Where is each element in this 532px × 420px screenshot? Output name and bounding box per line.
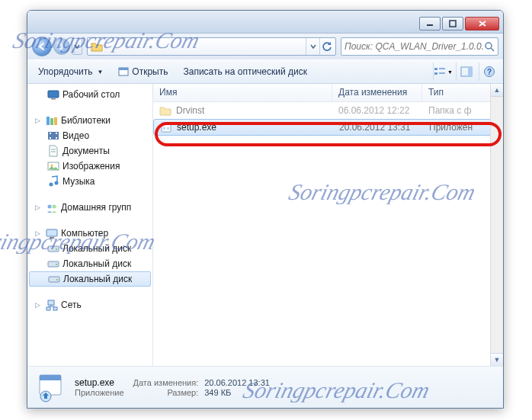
svg-point-30	[48, 204, 52, 208]
svg-rect-47	[163, 127, 165, 130]
tree-label: Сеть	[61, 300, 82, 310]
col-date[interactable]: Дата изменения	[332, 84, 422, 101]
tree-video[interactable]: Видео	[27, 128, 152, 143]
documents-icon	[47, 145, 59, 157]
burn-button[interactable]: Записать на оптический диск	[177, 63, 313, 81]
col-name[interactable]: Имя	[153, 84, 332, 101]
file-date: 20.06.2012 13:31	[333, 122, 423, 133]
svg-text:?: ?	[486, 68, 491, 76]
libraries-icon	[46, 114, 58, 127]
expander-icon: ▷	[35, 117, 40, 124]
file-list[interactable]: Drvinst 06.06.2012 12:22 Папка с ф setup…	[153, 102, 503, 366]
search-input[interactable]	[345, 41, 484, 52]
tree-documents[interactable]: Документы	[27, 143, 152, 159]
tree-network[interactable]: ▷ Сеть	[27, 297, 152, 313]
tree-label: Локальный диск	[62, 243, 131, 254]
tree-libraries[interactable]: ▷ Библиотеки	[27, 113, 152, 128]
tree-localdisk-2[interactable]: Локальный диск	[27, 256, 152, 271]
file-row-selected[interactable]: setup.exe 20.06.2012 13:31 Приложен	[153, 119, 503, 136]
drive-icon	[47, 242, 59, 255]
tree-localdisk-1[interactable]: Локальный диск	[27, 241, 152, 256]
video-icon	[47, 130, 59, 142]
svg-rect-11	[468, 67, 472, 76]
tree-label: Библиотеки	[61, 115, 111, 126]
svg-rect-20	[50, 133, 51, 134]
svg-rect-15	[51, 98, 56, 100]
help-icon: ?	[483, 66, 495, 78]
details-date-label: Дата изменения:	[133, 378, 199, 387]
file-pane: Имя Дата изменения Тип Drvinst 06.06.201…	[153, 84, 503, 366]
titlebar	[27, 11, 503, 34]
expander-icon: ▷	[35, 229, 40, 237]
svg-rect-36	[48, 261, 59, 267]
maximize-button[interactable]	[442, 17, 463, 30]
tree-homegroup[interactable]: ▷ Домашняя групп	[27, 200, 152, 215]
forward-button[interactable]	[53, 38, 70, 55]
svg-rect-42	[53, 307, 57, 310]
pane-icon	[460, 66, 473, 77]
tree-computer[interactable]: ▷ Компьютер	[27, 226, 152, 241]
refresh-button[interactable]	[319, 38, 333, 55]
exe-icon	[160, 121, 172, 133]
address-bar[interactable]	[87, 37, 336, 56]
details-title-block: setup.exe Приложение	[75, 377, 124, 397]
breadcrumb-dropdown[interactable]	[306, 38, 319, 55]
search-box[interactable]	[341, 37, 498, 56]
close-icon	[478, 20, 487, 27]
tree-desktop[interactable]: Рабочий стол	[27, 87, 152, 102]
scroll-down-button[interactable]: ▼	[491, 353, 503, 366]
music-icon	[47, 175, 59, 188]
help-button[interactable]: ?	[479, 63, 498, 81]
back-button[interactable]	[32, 37, 52, 56]
close-button[interactable]	[465, 17, 499, 30]
tree-label: Музыка	[62, 176, 95, 187]
open-button[interactable]: Открыть	[112, 63, 174, 81]
details-kind: Приложение	[75, 388, 124, 397]
svg-rect-33	[50, 237, 54, 239]
svg-rect-5	[119, 68, 128, 70]
view-menu[interactable]: ▼	[433, 63, 453, 81]
svg-rect-22	[56, 133, 57, 134]
tree-label: Домашняя групп	[61, 202, 131, 213]
svg-point-35	[56, 248, 57, 250]
file-row[interactable]: Drvinst 06.06.2012 12:22 Папка с ф	[153, 102, 503, 119]
file-date: 06.06.2012 12:22	[332, 105, 422, 116]
tree-label: Рабочий стол	[62, 89, 120, 100]
details-date-value: 20.06.2012 13:31	[204, 378, 270, 387]
preview-pane-button[interactable]	[456, 63, 476, 81]
search-icon	[484, 41, 495, 52]
svg-rect-16	[46, 117, 50, 125]
minimize-icon	[426, 20, 434, 27]
minimize-button[interactable]	[419, 17, 441, 30]
tree-pictures[interactable]: Изображения	[27, 159, 152, 174]
svg-point-39	[56, 279, 58, 281]
svg-rect-18	[54, 117, 57, 125]
svg-rect-40	[48, 300, 54, 305]
file-name: Drvinst	[176, 105, 204, 116]
nav-history-dropdown[interactable]	[72, 38, 82, 55]
file-name: setup.exe	[177, 122, 216, 133]
organize-menu[interactable]: Упорядочить▼	[32, 63, 109, 81]
details-size-label: Размер:	[133, 388, 199, 397]
svg-rect-17	[50, 118, 53, 125]
arrow-left-icon	[37, 41, 47, 52]
svg-rect-34	[48, 246, 59, 252]
svg-rect-46	[162, 123, 171, 125]
view-icon	[434, 66, 446, 77]
chevron-down-icon	[74, 43, 80, 50]
chevron-down-icon: ▼	[97, 69, 103, 75]
vertical-scrollbar[interactable]: ▲ ▼	[490, 84, 503, 366]
organize-label: Упорядочить	[38, 66, 92, 77]
tree-music[interactable]: Музыка	[27, 174, 152, 189]
tree-localdisk-3[interactable]: Локальный диск	[29, 271, 151, 287]
tree-label: Документы	[62, 146, 110, 156]
scroll-up-button[interactable]: ▲	[491, 84, 503, 97]
svg-point-2	[486, 43, 492, 49]
tree-label: Локальный диск	[62, 258, 131, 269]
svg-rect-41	[46, 307, 50, 310]
maximize-icon	[449, 20, 457, 27]
svg-rect-23	[56, 137, 57, 139]
svg-rect-7	[434, 72, 437, 75]
drive-icon	[47, 258, 59, 270]
expander-icon: ▷	[35, 301, 40, 309]
